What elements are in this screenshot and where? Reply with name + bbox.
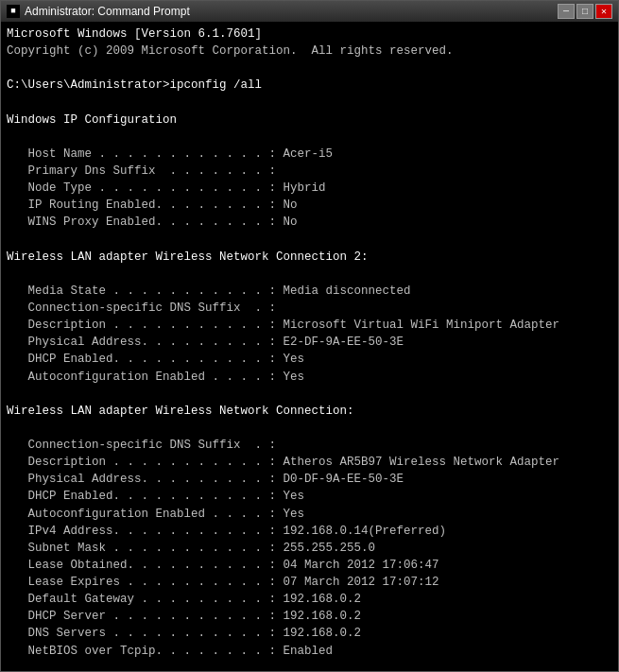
terminal-line: Autoconfiguration Enabled . . . . : Yes: [7, 508, 304, 521]
terminal-line: Autoconfiguration Enabled . . . . : Yes: [7, 370, 304, 384]
title-bar-left: ■ Administrator: Command Prompt: [7, 5, 190, 18]
terminal-line: Description . . . . . . . . . . . : Athe…: [7, 456, 559, 469]
close-button[interactable]: ✕: [595, 4, 612, 19]
cmd-window: ■ Administrator: Command Prompt ─ □ ✕ Mi…: [0, 0, 619, 672]
terminal-line: DNS Servers . . . . . . . . . . . : 192.…: [7, 627, 361, 640]
window-title: Administrator: Command Prompt: [25, 5, 190, 18]
title-buttons: ─ □ ✕: [558, 4, 612, 19]
terminal-section-header: Wireless LAN adapter Wireless Network Co…: [7, 405, 354, 418]
terminal-line: NetBIOS over Tcpip. . . . . . . . : Enab…: [7, 645, 333, 658]
terminal-content[interactable]: Microsoft Windows [Version 6.1.7601] Cop…: [1, 22, 618, 671]
terminal-section-header: Windows IP Configuration: [7, 113, 177, 127]
terminal-line: DHCP Server . . . . . . . . . . . : 192.…: [7, 610, 361, 623]
cmd-icon: ■: [7, 5, 20, 18]
title-bar: ■ Administrator: Command Prompt ─ □ ✕: [1, 1, 618, 22]
terminal-line: Primary Dns Suffix . . . . . . . :: [7, 164, 284, 178]
terminal-line: Description . . . . . . . . . . . : Micr…: [7, 319, 559, 332]
terminal-line: IP Routing Enabled. . . . . . . . : No: [7, 198, 298, 212]
terminal-line: Lease Obtained. . . . . . . . . . : 04 M…: [7, 559, 439, 572]
terminal-line: Media State . . . . . . . . . . . : Medi…: [7, 284, 411, 298]
minimize-button[interactable]: ─: [558, 4, 575, 19]
terminal-line: Physical Address. . . . . . . . . : D0-D…: [7, 473, 404, 486]
terminal-line: Microsoft Windows [Version 6.1.7601]: [7, 27, 262, 41]
terminal-section-header: Wireless LAN adapter Wireless Network Co…: [7, 250, 369, 264]
terminal-line: Physical Address. . . . . . . . . : E2-D…: [7, 336, 404, 349]
terminal-line: IPv4 Address. . . . . . . . . . . : 192.…: [7, 525, 446, 538]
maximize-button[interactable]: □: [576, 4, 593, 19]
terminal-line: Host Name . . . . . . . . . . . . : Acer…: [7, 147, 333, 161]
terminal-line: Connection-specific DNS Suffix . :: [7, 302, 284, 315]
terminal-line: Node Type . . . . . . . . . . . . : Hybr…: [7, 181, 326, 195]
terminal-line: Subnet Mask . . . . . . . . . . . : 255.…: [7, 542, 375, 555]
terminal-line: Connection-specific DNS Suffix . :: [7, 439, 284, 452]
terminal-line: DHCP Enabled. . . . . . . . . . . : Yes: [7, 353, 304, 366]
terminal-line: Default Gateway . . . . . . . . . : 192.…: [7, 593, 361, 606]
terminal-line: Lease Expires . . . . . . . . . . : 07 M…: [7, 576, 439, 589]
terminal-line: C:\Users\Administrator>ipconfig /all: [7, 78, 262, 92]
terminal-line: WINS Proxy Enabled. . . . . . . . : No: [7, 215, 298, 229]
terminal-line: DHCP Enabled. . . . . . . . . . . : Yes: [7, 490, 304, 503]
terminal-line: Copyright (c) 2009 Microsoft Corporation…: [7, 44, 454, 58]
